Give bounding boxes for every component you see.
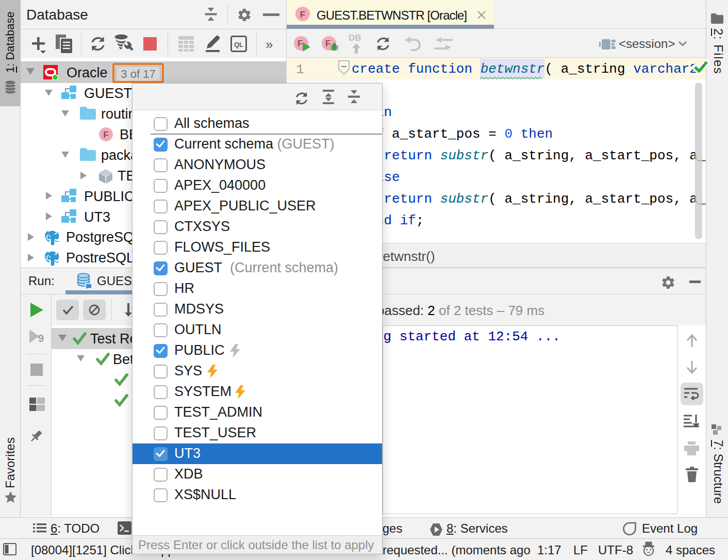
svg-text:9: 9 [38, 333, 44, 344]
svg-text:QL: QL [234, 41, 243, 48]
